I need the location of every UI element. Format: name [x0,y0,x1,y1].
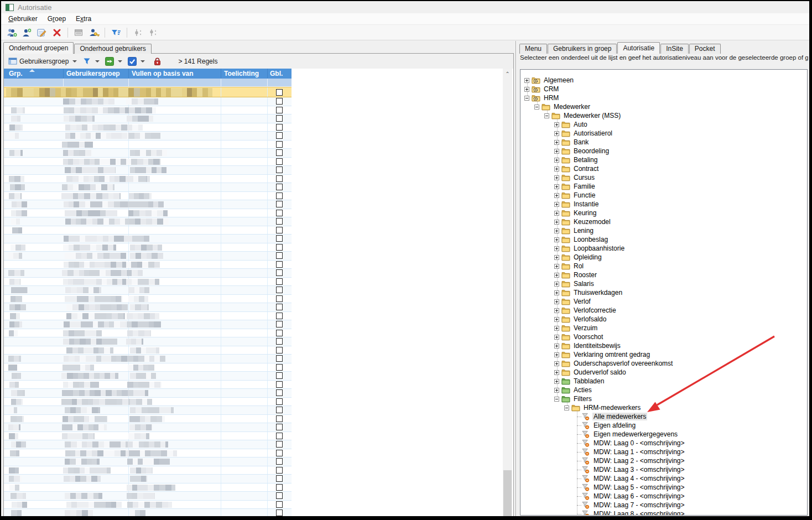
tree-expand-icon[interactable] [554,299,559,304]
table-row[interactable] [4,389,292,398]
table-row[interactable] [4,381,292,389]
table-row[interactable] [4,183,292,192]
tree-expand-icon[interactable] [554,352,559,357]
gbl-checkbox[interactable] [276,252,283,259]
gbl-checkbox[interactable] [276,450,283,456]
table-row[interactable] [4,483,292,492]
tree-expand-icon[interactable] [554,220,559,225]
gbl-checkbox[interactable] [276,193,283,199]
tree-item[interactable]: Verlofsaldo [561,315,607,324]
tree-expand-icon[interactable] [524,78,529,83]
user-key-icon[interactable] [87,27,100,39]
tree-item[interactable]: MDW: Laag 5 - <omschrijving> [581,483,686,492]
tree-item[interactable]: Cursus [561,173,596,182]
gbl-checkbox[interactable] [276,287,283,293]
gbl-checkbox[interactable] [276,467,283,474]
gbl-checkbox[interactable] [276,158,283,165]
gbl-checkbox[interactable] [276,278,283,285]
table-row[interactable] [4,278,292,287]
delete-icon[interactable] [50,27,63,39]
gbl-checkbox[interactable] [276,398,283,405]
table-row[interactable] [4,217,292,226]
tree-expand-icon[interactable] [554,202,559,207]
view-selector-icon[interactable] [8,56,17,66]
gbl-checkbox[interactable] [276,167,283,173]
tree-item[interactable]: Bank [561,138,590,147]
gbl-checkbox[interactable] [276,201,283,207]
gbl-checkbox[interactable] [276,269,283,276]
gbl-checkbox[interactable] [276,107,283,113]
tree-item[interactable]: MDW: Laag 1 - <omschrijving> [581,448,686,456]
tree-item[interactable]: Identiteitsbewijs [561,341,622,350]
table-row[interactable] [4,415,292,424]
tree-item[interactable]: Keuring [561,209,597,217]
gbl-checkbox[interactable] [276,484,283,491]
table-row[interactable] [4,303,292,312]
tab-onderhoud-gebruikers[interactable]: Onderhoud gebruikers [74,44,151,54]
gbl-checkbox[interactable] [276,372,283,379]
gbl-checkbox[interactable] [276,458,283,465]
tree-item[interactable]: Eigen afdeling [581,421,637,430]
gbl-checkbox[interactable] [276,235,283,242]
table-row[interactable] [4,466,292,475]
gbl-checkbox[interactable] [276,184,283,190]
table-row[interactable] [4,320,292,329]
tree-expand-icon[interactable] [554,326,559,331]
gbl-checkbox[interactable] [276,381,283,388]
tab-onderhoud-groepen[interactable]: Onderhoud groepen [3,42,74,54]
tree-item[interactable]: HRM [532,93,560,102]
gbl-checkbox[interactable] [276,509,283,516]
tree-expand-icon[interactable] [524,87,529,92]
gbl-checkbox[interactable] [276,98,283,105]
gbl-checkbox[interactable] [276,415,283,422]
go-caret[interactable] [118,60,122,63]
table-row[interactable] [4,123,292,132]
tree-item[interactable]: Filters [561,394,593,403]
gbl-checkbox[interactable] [276,475,283,482]
view-selector-label[interactable]: Gebruikersgroep [19,58,69,65]
tree-expand-icon[interactable] [554,228,559,233]
table-row[interactable] [4,243,292,252]
table-row[interactable] [4,406,292,415]
gbl-checkbox[interactable] [276,501,283,508]
select-icon[interactable] [127,56,137,66]
tree-item[interactable]: Medewerker [542,102,591,111]
tree-item[interactable]: CRM [532,85,560,93]
tree-expand-icon[interactable] [554,290,559,295]
table-row[interactable] [4,200,292,209]
tree-expand-icon[interactable] [554,184,559,189]
level-up-icon[interactable] [132,27,144,39]
menu-groep[interactable]: Groep [43,14,71,24]
tree-item[interactable]: Verzuim [561,324,598,332]
properties-icon[interactable] [72,27,85,39]
gbl-checkbox[interactable] [276,89,283,96]
gbl-checkbox[interactable] [276,175,283,182]
table-row[interactable] [4,106,292,115]
tree-item[interactable]: MDW: Laag 0 - <omschrijving> [581,439,686,448]
table-row[interactable] [4,149,292,158]
tree-collapse-icon[interactable] [524,96,529,101]
gbl-checkbox[interactable] [276,227,283,233]
tab-insite[interactable]: InSite [660,44,689,54]
gbl-checkbox[interactable] [276,261,283,268]
gbl-checkbox[interactable] [276,321,283,327]
gbl-checkbox[interactable] [276,244,283,251]
tree-item[interactable]: Thuiswerkdagen [561,288,623,297]
tree-item[interactable]: Rooster [561,271,598,279]
gbl-checkbox[interactable] [276,389,283,396]
grid-filter-row[interactable] [4,79,292,87]
grid-filter-caret[interactable] [95,60,100,63]
tree-expand-icon[interactable] [554,361,559,366]
tree-item[interactable]: Medewerker (MSS) [551,111,622,120]
tree-collapse-icon[interactable] [544,113,549,118]
tree-item[interactable]: MDW: Laag 7 - <omschrijving> [581,501,686,509]
column-header-vullen-op-basis-van[interactable]: Vullen op basis van [129,69,221,79]
table-row[interactable] [4,337,292,346]
table-row[interactable] [4,175,292,184]
tree-item[interactable]: Ouderschapsverlof overeenkomst [561,359,674,368]
tab-gebruikers-in-groep[interactable]: Gebruikers in groep [548,44,617,54]
tree-expand-icon[interactable] [554,317,559,322]
gbl-checkbox[interactable] [276,492,283,499]
tree-expand-icon[interactable] [554,140,559,145]
table-row[interactable] [4,295,292,304]
